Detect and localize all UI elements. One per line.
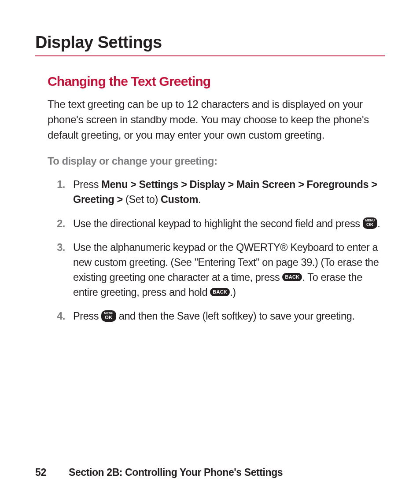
section-label: Section 2B: Controlling Your Phone's Set…	[69, 467, 283, 478]
key-label: BACK	[285, 275, 299, 280]
key-label-line2: OK	[365, 222, 375, 227]
key-label-line2: OK	[104, 315, 113, 320]
back-key-icon: BACK	[210, 288, 230, 296]
step-number: 1.	[48, 177, 65, 192]
key-label-line1: MENU	[365, 219, 375, 222]
step-text-bold: Custom	[161, 194, 198, 205]
step-number: 3.	[48, 240, 65, 255]
title-rule	[35, 55, 385, 56]
steps-list: 1. Press Menu > Settings > Display > Mai…	[48, 177, 385, 324]
step-text: Press	[73, 179, 101, 190]
menu-ok-key-icon: MENU OK	[363, 217, 377, 229]
page-title: Display Settings	[35, 33, 385, 52]
section-heading: Changing the Text Greeting	[48, 74, 385, 89]
step-text: Press	[73, 310, 101, 322]
step-4: 4. Press MENU OK and then the Save (left…	[48, 309, 385, 324]
step-text: Use the directional keypad to highlight …	[73, 218, 363, 229]
step-number: 4.	[48, 309, 65, 324]
menu-ok-key-icon: MENU OK	[101, 310, 116, 322]
step-text: (Set to)	[125, 194, 161, 205]
back-key-icon: BACK	[282, 273, 302, 281]
page-footer: 52 Section 2B: Controlling Your Phone's …	[35, 467, 385, 478]
step-number: 2.	[48, 216, 65, 231]
manual-page: Display Settings Changing the Text Greet…	[0, 0, 420, 504]
step-text: .	[198, 194, 201, 205]
key-label-line1: MENU	[104, 312, 113, 315]
intro-paragraph: The text greeting can be up to 12 charac…	[48, 97, 385, 143]
step-2: 2. Use the directional keypad to highlig…	[48, 216, 385, 231]
step-text: and then the Save (left softkey) to save…	[116, 310, 355, 322]
page-number: 52	[35, 467, 66, 478]
step-text: .	[377, 218, 380, 229]
step-text-bold: Menu > Settings > Display > Main Screen …	[73, 179, 377, 205]
key-label: BACK	[213, 290, 227, 294]
step-text: .)	[230, 287, 236, 298]
step-1: 1. Press Menu > Settings > Display > Mai…	[48, 177, 385, 207]
step-3: 3. Use the alphanumeric keypad or the QW…	[48, 240, 385, 300]
procedure-subheading: To display or change your greeting:	[48, 155, 385, 167]
